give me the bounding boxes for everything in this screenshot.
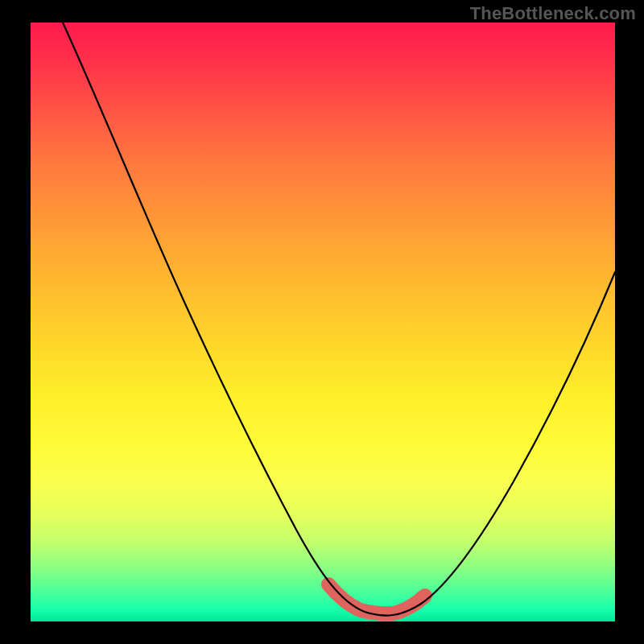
curve-layer	[31, 23, 615, 621]
watermark-text: TheBottleneck.com	[470, 3, 636, 24]
main-curve	[63, 23, 615, 616]
plot-area	[31, 23, 615, 621]
chart-frame: TheBottleneck.com	[0, 0, 644, 644]
